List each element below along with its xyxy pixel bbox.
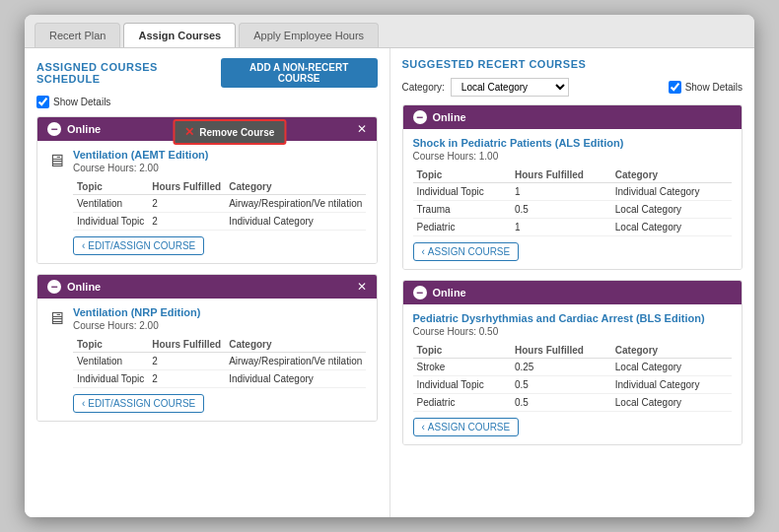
- edit-assign-course-btn-2[interactable]: ‹ EDIT/ASSIGN COURSE: [73, 394, 204, 413]
- arrow-icon-2: ‹: [82, 398, 85, 409]
- right-course-info-2: Pediatric Dysrhythmias and Cardiac Arres…: [413, 312, 733, 436]
- rth-category-2: Category: [611, 343, 732, 359]
- topic-cell: Ventilation: [73, 195, 148, 213]
- assign-label-2: ASSIGN COURSE: [428, 422, 510, 432]
- table-row: Individual Topic 0.5 Individual Category: [413, 376, 733, 394]
- table-row: Pediatric 1 Local Category: [413, 219, 733, 236]
- content-area: ASSIGNED COURSES SCHEDULE ADD A NON-RECE…: [25, 48, 754, 517]
- close-icon-1[interactable]: ✕: [357, 122, 367, 136]
- remove-course-label: Remove Course: [199, 127, 274, 138]
- remove-x-icon: ✕: [184, 125, 194, 139]
- right-course-hours-2: Course Hours: 0.50: [413, 326, 733, 337]
- left-show-details-label: Show Details: [53, 97, 110, 107]
- category-cell: Airway/Respiration/Ve ntilation: [225, 353, 366, 370]
- left-topic-table-2: Topic Hours Fulfilled Category Ventilati…: [73, 337, 366, 388]
- assign-arrow-1: ‹: [422, 246, 425, 257]
- left-course-info-2: Ventilation (NRP Edition) Course Hours: …: [73, 306, 366, 413]
- th-topic-1: Topic: [73, 179, 148, 195]
- right-minus-icon-1[interactable]: −: [413, 110, 427, 124]
- assigned-courses-title: ASSIGNED COURSES SCHEDULE: [36, 61, 221, 85]
- category-row: Category: Local Category Show Details: [402, 78, 744, 97]
- topic-cell: Individual Topic: [73, 370, 148, 388]
- edit-assign-course-btn-1[interactable]: ‹ EDIT/ASSIGN COURSE: [73, 236, 204, 255]
- tab-recert-plan[interactable]: Recert Plan: [35, 23, 120, 47]
- minus-icon-2[interactable]: −: [47, 280, 61, 294]
- table-row: Individual Topic 2 Individual Category: [73, 370, 366, 388]
- right-course-type-2: Online: [433, 287, 466, 299]
- edit-assign-label-1: EDIT/ASSIGN COURSE: [88, 240, 195, 251]
- remove-course-popup[interactable]: ✕ Remove Course: [173, 119, 286, 145]
- rth-topic-2: Topic: [413, 343, 511, 359]
- table-row: Ventilation 2 Airway/Respiration/Ve ntil…: [73, 353, 366, 370]
- right-panel: SUGGESTED RECERT COURSES Category: Local…: [390, 48, 755, 517]
- topic-cell: Individual Topic: [73, 213, 148, 231]
- rth-topic-1: Topic: [413, 167, 511, 183]
- left-course-title-1: Ventilation (AEMT Edition): [73, 149, 366, 161]
- right-panel-header: SUGGESTED RECERT COURSES: [402, 58, 744, 70]
- th-hours-2: Hours Fulfilled: [148, 337, 225, 353]
- right-course-card-1: − Online Shock in Pediatric Patients (AL…: [402, 104, 744, 270]
- table-row: Trauma 0.5 Local Category: [413, 201, 733, 219]
- right-course-title-1: Shock in Pediatric Patients (ALS Edition…: [413, 137, 733, 149]
- rth-hours-1: Hours Fulfilled: [511, 167, 611, 183]
- left-course-info-1: Ventilation (AEMT Edition) Course Hours:…: [73, 149, 366, 255]
- tab-apply-hours[interactable]: Apply Employee Hours: [239, 23, 379, 47]
- left-course-type-1: Online: [67, 123, 101, 135]
- close-icon-2[interactable]: ✕: [357, 280, 367, 294]
- rth-hours-2: Hours Fulfilled: [511, 343, 611, 359]
- right-course-title-2: Pediatric Dysrhythmias and Cardiac Arres…: [413, 312, 733, 324]
- category-cell: Individual Category: [225, 370, 366, 388]
- right-course-hours-1: Course Hours: 1.00: [413, 151, 733, 162]
- assign-course-btn-1[interactable]: ‹ ASSIGN COURSE: [413, 242, 520, 261]
- th-category-1: Category: [225, 179, 366, 195]
- monitor-icon-2: 🖥: [47, 308, 65, 329]
- edit-assign-label-2: EDIT/ASSIGN COURSE: [88, 398, 195, 409]
- left-course-card-2: − Online ✕ 🖥 Ventilation (NRP Edition) C…: [36, 274, 378, 422]
- th-category-2: Category: [225, 337, 366, 353]
- minus-icon-1[interactable]: −: [47, 122, 61, 136]
- left-course-header-2: − Online ✕: [37, 275, 377, 299]
- th-hours-1: Hours Fulfilled: [148, 179, 225, 195]
- left-show-details-row: Show Details: [36, 96, 378, 108]
- suggested-courses-title: SUGGESTED RECERT COURSES: [402, 58, 587, 70]
- table-row: Stroke 0.25 Local Category: [413, 359, 733, 376]
- hours-cell: 2: [148, 195, 225, 213]
- rth-category-1: Category: [611, 167, 732, 183]
- left-course-hours-1: Course Hours: 2.00: [73, 163, 366, 173]
- category-label: Category:: [402, 82, 445, 93]
- right-course-header-1: − Online: [403, 105, 743, 129]
- left-show-details-checkbox[interactable]: [36, 96, 49, 108]
- table-row: Individual Topic 1 Individual Category: [413, 183, 733, 201]
- right-show-details-checkbox[interactable]: [669, 81, 681, 94]
- category-cell: Individual Category: [225, 213, 366, 231]
- topic-cell: Ventilation: [73, 353, 148, 370]
- assign-course-btn-2[interactable]: ‹ ASSIGN COURSE: [413, 418, 520, 436]
- category-select[interactable]: Local Category: [451, 78, 569, 97]
- tabs-bar: Recert Plan Assign Courses Apply Employe…: [25, 15, 754, 48]
- hours-cell: 2: [148, 213, 225, 231]
- table-row: Ventilation 2 Airway/Respiration/Ve ntil…: [73, 195, 366, 213]
- tab-assign-courses[interactable]: Assign Courses: [123, 23, 236, 47]
- hours-cell: 2: [148, 353, 225, 370]
- category-cell: Airway/Respiration/Ve ntilation: [225, 195, 366, 213]
- right-course-card-2: − Online Pediatric Dysrhythmias and Card…: [402, 280, 744, 445]
- right-topic-table-1: Topic Hours Fulfilled Category Individua…: [413, 167, 733, 236]
- right-course-info-1: Shock in Pediatric Patients (ALS Edition…: [413, 137, 733, 261]
- arrow-icon: ‹: [82, 240, 85, 251]
- hours-cell: 2: [148, 370, 225, 388]
- right-topic-table-2: Topic Hours Fulfilled Category Stroke: [413, 343, 733, 412]
- table-row: Pediatric 0.5 Local Category: [413, 394, 733, 412]
- left-panel-header: ASSIGNED COURSES SCHEDULE ADD A NON-RECE…: [36, 58, 378, 88]
- right-course-type-1: Online: [433, 111, 466, 123]
- left-panel: ASSIGNED COURSES SCHEDULE ADD A NON-RECE…: [25, 48, 390, 517]
- monitor-icon-1: 🖥: [47, 151, 65, 171]
- right-minus-icon-2[interactable]: −: [413, 286, 427, 299]
- add-non-recert-button[interactable]: ADD A NON-RECERT COURSE: [221, 58, 378, 88]
- assign-label-1: ASSIGN COURSE: [428, 246, 510, 257]
- left-topic-table-1: Topic Hours Fulfilled Category Ventilati…: [73, 179, 366, 231]
- table-row: Individual Topic 2 Individual Category: [73, 213, 366, 231]
- right-show-details-label: Show Details: [685, 82, 743, 93]
- left-course-type-2: Online: [67, 281, 101, 293]
- th-topic-2: Topic: [73, 337, 148, 353]
- left-course-hours-2: Course Hours: 2.00: [73, 320, 366, 331]
